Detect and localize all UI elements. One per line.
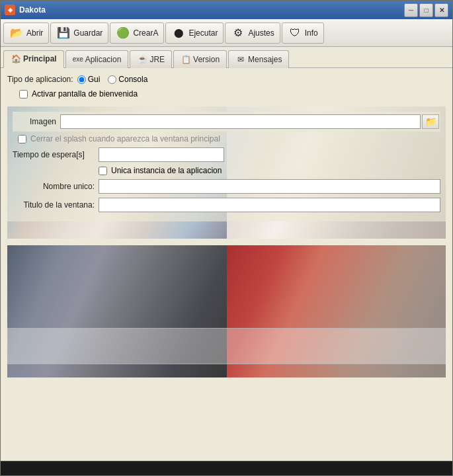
tiempo-espera-input[interactable] [99,147,224,162]
cerrar-splash-row: Cerrar el splash cuando aparezca la vent… [13,134,440,143]
main-window: ◈ Dakota ─ □ ✕ 📂 Abrir 💾 Guardar 🟢 Crear… [0,0,453,476]
title-bar-controls: ─ □ ✕ [404,3,448,17]
browse-icon: 📁 [425,116,436,127]
titulo-ventana-row: Titulo de la ventana: [13,198,440,212]
image-section: Imagen 📁 Cerrar el splash cuando aparezc… [7,106,446,364]
ejecutar-label: Ejecutar [188,28,218,38]
consola-label: Consola [118,75,147,84]
imagen-row: Imagen 📁 [13,112,440,132]
creara-label: CrearA [133,28,158,38]
aplicacion-label: Aplicacion [85,55,122,64]
minimize-button[interactable]: ─ [404,3,418,17]
tab-principal[interactable]: 🏠 Principal [3,50,64,68]
version-icon: 📋 [181,54,191,65]
bottom-panel [7,328,446,364]
cerrar-splash-label: Cerrar el splash cuando aparezca la vent… [30,134,220,143]
guardar-icon: 💾 [56,26,71,40]
ejecutar-icon: ⬤ [171,26,186,40]
maximize-button[interactable]: □ [419,3,433,17]
tipo-aplicacion-label: Tipo de aplicacion: [7,75,73,84]
info-button[interactable]: 🛡 Info [282,22,324,44]
app-type-radio-group: Gui Consola [77,75,148,84]
unica-instancia-checkbox[interactable] [99,167,107,175]
titulo-ventana-label: Titulo de la ventana: [13,200,99,210]
tab-bar: 🏠 Principal exe Aplicacion ☕ JRE 📋 Versi… [1,47,452,68]
tiempo-espera-row: Tiempo de espera[s] [13,147,440,162]
nombre-unico-label: Nombre unico: [13,182,99,191]
principal-icon: 🏠 [11,54,21,64]
title-bar: ◈ Dakota ─ □ ✕ [1,1,452,19]
tipo-aplicacion-row: Tipo de aplicacion: Gui Consola [7,75,446,84]
info-icon: 🛡 [288,26,302,40]
tiempo-espera-label: Tiempo de espera[s] [13,150,99,159]
aplicacion-icon: exe [73,54,83,65]
activar-splash-checkbox[interactable] [19,90,28,99]
guardar-button[interactable]: 💾 Guardar [50,22,108,44]
tab-mensajes[interactable]: ✉ Mensajes [228,50,289,68]
unica-instancia-row: Unica instancia de la aplicacion [13,166,440,175]
tab-version[interactable]: 📋 Version [173,50,227,68]
titulo-ventana-input[interactable] [99,198,440,212]
status-bar [1,461,452,475]
info-label: Info [305,28,318,38]
mensajes-icon: ✉ [235,54,246,65]
activar-splash-row: Activar pantalla de bienvenida [7,89,446,99]
ajustes-label: Ajustes [248,28,274,38]
jre-label: JRE [149,55,165,64]
tab-jre[interactable]: ☕ JRE [130,50,172,68]
mensajes-label: Mensajes [248,55,282,64]
principal-label: Principal [23,54,57,63]
app-icon: ◈ [5,5,15,15]
window-title: Dakota [19,5,404,15]
ejecutar-button[interactable]: ⬤ Ejecutar [165,22,224,44]
abrir-button[interactable]: 📂 Abrir [3,22,49,44]
activar-splash-label: Activar pantalla de bienvenida [32,89,138,99]
version-label: Version [193,55,220,64]
unica-instancia-label: Unica instancia de la aplicacion [111,166,222,175]
guardar-label: Guardar [73,28,103,38]
gui-radio-item[interactable]: Gui [77,75,101,84]
gui-label: Gui [88,75,101,84]
ajustes-button[interactable]: ⚙ Ajustes [225,22,280,44]
abrir-label: Abrir [26,28,43,38]
jre-icon: ☕ [137,54,147,65]
tab-aplicacion[interactable]: exe Aplicacion [65,50,129,68]
ajustes-icon: ⚙ [231,26,245,40]
close-button[interactable]: ✕ [434,3,448,17]
abrir-icon: 📂 [9,26,24,40]
gui-radio[interactable] [77,75,86,84]
consola-radio[interactable] [108,75,116,84]
nombre-unico-input[interactable] [99,179,440,194]
consola-radio-item[interactable]: Consola [108,75,147,84]
imagen-label: Imagen [14,117,60,126]
creara-button[interactable]: 🟢 CrearA [110,22,164,44]
imagen-browse-button[interactable]: 📁 [422,114,439,129]
creara-icon: 🟢 [116,26,130,40]
form-overlay: Imagen 📁 Cerrar el splash cuando aparezc… [7,106,446,221]
toolbar: 📂 Abrir 💾 Guardar 🟢 CrearA ⬤ Ejecutar ⚙ … [1,19,452,47]
cerrar-splash-checkbox[interactable] [18,135,26,143]
main-content: Tipo de aplicacion: Gui Consola Activar … [1,68,452,461]
nombre-unico-row: Nombre unico: [13,179,440,194]
imagen-input[interactable] [60,114,421,129]
